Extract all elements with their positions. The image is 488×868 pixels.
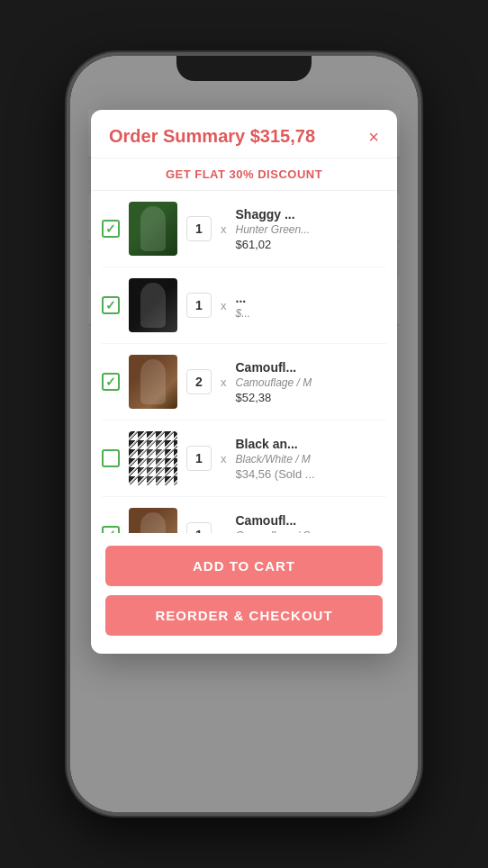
item-3-details: Camoufl... Camouflage / M $52,38 [236, 360, 387, 404]
item-2-details: ... $... [236, 291, 387, 320]
item-4-variant: Black/White / M [236, 453, 387, 466]
item-3-qty[interactable]: 2 [186, 369, 212, 394]
phone-notch [176, 56, 312, 81]
x-symbol: x [221, 375, 227, 389]
item-3-image [129, 355, 177, 409]
item-5-checkbox[interactable]: ✓ [102, 526, 120, 533]
volume-up-button [418, 200, 420, 236]
phone-screen: Payment Status Pending Fulfillment Statu… [70, 56, 418, 812]
item-4-name: Black an... [236, 437, 387, 451]
item-1-qty[interactable]: 1 [186, 216, 212, 241]
close-button[interactable]: × [368, 128, 379, 146]
list-item: ✓ 1 x Shaggy ... Hunter Green... $61,02 [102, 191, 386, 267]
item-4-details: Black an... Black/White / M $34,56 (Sold… [236, 437, 387, 481]
item-4-checkbox[interactable] [102, 449, 120, 467]
discount-banner: GET FLAT 30% DISCOUNT [91, 158, 397, 191]
checkmark-icon: ✓ [105, 375, 116, 389]
item-4-price: $34,56 (Sold ... [236, 467, 387, 481]
x-symbol: x [221, 529, 227, 534]
item-2-name: ... [236, 291, 387, 305]
items-list: ✓ 1 x Shaggy ... Hunter Green... $61,02 [91, 191, 397, 533]
x-symbol: x [221, 452, 227, 466]
order-summary-modal: Order Summary $315,78 × GET FLAT 30% DIS… [91, 110, 397, 654]
item-2-image [129, 278, 177, 332]
item-5-image [129, 508, 177, 533]
volume-down-button [418, 249, 420, 285]
item-4-qty[interactable]: 1 [186, 446, 212, 471]
item-1-details: Shaggy ... Hunter Green... $61,02 [236, 207, 387, 251]
checkmark-icon: ✓ [105, 528, 116, 533]
item-1-image [129, 202, 177, 256]
modal-footer: ADD TO CART REORDER & CHECKOUT [91, 533, 397, 654]
checkmark-icon: ✓ [105, 222, 116, 236]
item-5-details: Camoufl... Camouflage / S $52,38 [236, 513, 387, 534]
item-5-name: Camoufl... [236, 513, 387, 528]
item-2-qty[interactable]: 1 [186, 293, 212, 318]
list-item: ✓ 1 x ... $... [102, 267, 386, 344]
item-1-checkbox[interactable]: ✓ [102, 220, 120, 238]
modal-header: Order Summary $315,78 × [91, 110, 397, 158]
item-5-qty[interactable]: 1 [186, 522, 212, 533]
item-4-image [129, 431, 177, 485]
add-to-cart-button[interactable]: ADD TO CART [105, 546, 383, 586]
item-2-checkbox[interactable]: ✓ [102, 296, 120, 314]
reorder-checkout-button[interactable]: REORDER & CHECKOUT [105, 595, 383, 636]
checkmark-icon: ✓ [105, 298, 116, 312]
item-1-price: $61,02 [236, 238, 387, 251]
modal-title: Order Summary $315,78 [109, 126, 315, 147]
item-3-price: $52,38 [236, 391, 387, 404]
item-1-name: Shaggy ... [236, 207, 387, 222]
modal-overlay: Order Summary $315,78 × GET FLAT 30% DIS… [70, 56, 418, 812]
item-3-checkbox[interactable]: ✓ [102, 373, 120, 391]
item-3-name: Camoufl... [236, 360, 387, 375]
phone-frame: Payment Status Pending Fulfillment Statu… [68, 54, 420, 814]
list-item: ✓ 1 x Camoufl... Camouflage / S $52,38 [102, 497, 386, 533]
item-2-variant: $... [236, 307, 387, 320]
item-1-variant: Hunter Green... [236, 223, 387, 236]
item-3-variant: Camouflage / M [236, 376, 387, 389]
list-item: 1 x Black an... Black/White / M $34,56 (… [102, 420, 386, 497]
item-5-variant: Camouflage / S [236, 529, 387, 534]
x-symbol: x [221, 222, 227, 236]
list-item: ✓ 2 x Camoufl... Camouflage / M $52,38 [102, 344, 386, 420]
x-symbol: x [221, 299, 227, 312]
